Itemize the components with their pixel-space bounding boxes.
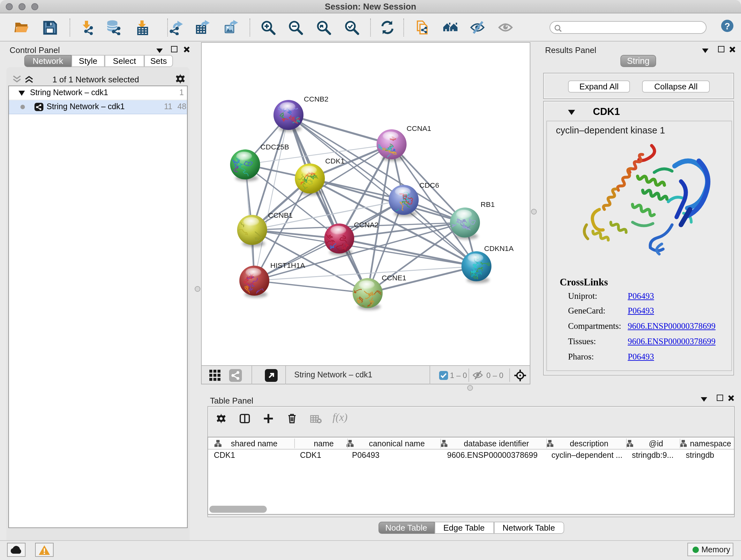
svg-text:CCNE1: CCNE1 [382, 273, 406, 282]
svg-text:?: ? [724, 21, 730, 31]
svg-text:CDC25B: CDC25B [260, 143, 289, 151]
svg-text:CCNB1: CCNB1 [268, 211, 293, 219]
svg-text:CDC6: CDC6 [419, 181, 439, 189]
svg-text:CDK1: CDK1 [325, 157, 345, 165]
svg-text:HIST1H1A: HIST1H1A [270, 261, 306, 269]
svg-text:CCNB2: CCNB2 [304, 95, 328, 103]
svg-text:CCNA2: CCNA2 [354, 221, 379, 229]
svg-text:RB1: RB1 [481, 200, 495, 208]
svg-text:CCNA1: CCNA1 [407, 124, 431, 132]
svg-text:CDKN1A: CDKN1A [484, 244, 514, 253]
